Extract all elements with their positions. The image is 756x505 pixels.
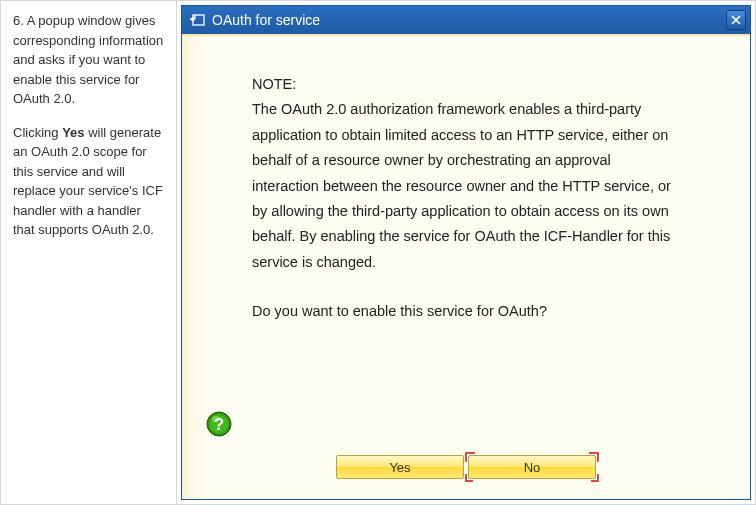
button-row: Yes No <box>182 455 750 479</box>
screenshot-panel: OAuth for service NOTE: The OAuth 2.0 au… <box>177 1 755 504</box>
oauth-popup: OAuth for service NOTE: The OAuth 2.0 au… <box>181 5 751 500</box>
popup-title-icon <box>190 13 206 27</box>
popup-body: NOTE: The OAuth 2.0 authorization framew… <box>182 34 750 499</box>
instruction-yes-note: Clicking Yes will generate an OAuth 2.0 … <box>13 123 164 240</box>
yes-button-label: Yes <box>389 460 410 475</box>
instruction-panel: 6. A popup window gives corresponding in… <box>1 1 177 504</box>
question-icon: ? <box>206 411 232 437</box>
note-label: NOTE: <box>252 72 672 97</box>
close-icon <box>731 15 741 25</box>
popup-title: OAuth for service <box>212 12 726 28</box>
close-button[interactable] <box>726 10 746 30</box>
instruction-step-6: 6. A popup window gives corresponding in… <box>13 11 164 109</box>
confirm-question: Do you want to enable this service for O… <box>252 299 672 324</box>
note-block: NOTE: The OAuth 2.0 authorization framew… <box>252 72 672 324</box>
note-body: The OAuth 2.0 authorization framework en… <box>252 97 672 275</box>
svg-text:?: ? <box>214 415 224 434</box>
no-button[interactable]: No <box>468 455 596 479</box>
no-button-label: No <box>524 460 541 475</box>
popup-titlebar: OAuth for service <box>182 6 750 34</box>
yes-button[interactable]: Yes <box>336 455 464 479</box>
